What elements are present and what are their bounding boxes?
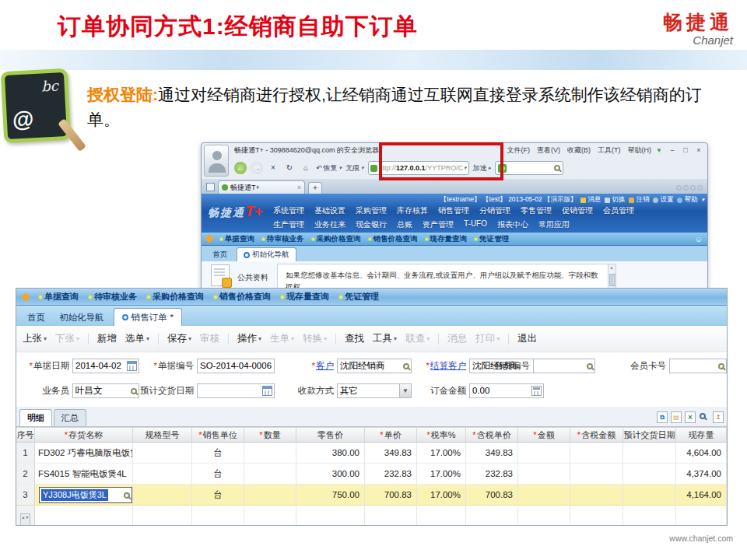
order-tab[interactable]: 初始化导航 <box>54 310 109 326</box>
detail-tab-summary[interactable]: 汇总 <box>54 409 86 426</box>
maximize-button[interactable]: □ <box>680 146 691 154</box>
tplus-menu-item[interactable]: 零售管理 <box>521 205 552 216</box>
minimize-button[interactable]: – <box>667 146 678 154</box>
grid-cell[interactable] <box>244 485 296 506</box>
toolbar-action-button[interactable]: 操作▾ <box>237 332 261 345</box>
back-button[interactable]: ← <box>234 162 247 174</box>
grid-cell[interactable]: 380.00 <box>296 443 365 464</box>
paste-row-icon[interactable]: ▤ <box>671 411 682 423</box>
export-excel-icon[interactable]: X <box>685 411 696 423</box>
quick-nav-item[interactable]: 采购价格查询 <box>146 291 204 303</box>
grid-cell[interactable] <box>296 506 365 526</box>
grid-cell[interactable] <box>623 464 676 485</box>
deposit-input[interactable]: 0.00 <box>469 383 544 398</box>
tplus-menu-item[interactable]: 现金银行 <box>356 219 387 230</box>
order-tab[interactable]: 首页 <box>23 310 50 326</box>
grid-cell[interactable] <box>518 443 570 464</box>
grid-cell[interactable]: 232.83 <box>365 464 417 485</box>
tplus-menu-item[interactable]: 资产管理 <box>423 219 454 230</box>
quick-nav-item[interactable]: 凭证管理 <box>474 234 509 244</box>
search-icon[interactable] <box>554 165 560 171</box>
tplus-menu-item[interactable]: 报表中心 <box>497 219 528 230</box>
item-lookup-input[interactable]: YJ308J电饭煲3L <box>39 487 132 503</box>
grid-cell[interactable]: 台 <box>192 443 244 464</box>
tplus-menu-item[interactable]: 销售管理 <box>438 205 469 216</box>
grid-cell[interactable] <box>192 506 244 526</box>
member-card-input[interactable] <box>669 359 727 373</box>
grid-cell[interactable]: 4,164.00 <box>676 485 727 506</box>
browser-menu-item[interactable]: 帮助(H) <box>628 145 652 156</box>
grid-row[interactable]: 3YJ308J电饭煲3L台750.00700.8317.00%700.834,1… <box>16 485 727 506</box>
grid-cell[interactable] <box>570 485 623 506</box>
account-link[interactable]: 注销 <box>629 195 649 205</box>
grid-cell[interactable] <box>570 506 623 526</box>
browser-menu-item[interactable]: 文件(F) <box>507 145 531 156</box>
quick-nav-item[interactable]: 凭证管理 <box>338 291 379 303</box>
grid-cell[interactable] <box>570 443 623 464</box>
grid-cell[interactable] <box>35 506 133 526</box>
grid-cell[interactable]: 4,374.00 <box>676 464 727 485</box>
delivery-date-input[interactable] <box>197 383 275 398</box>
stop-button[interactable]: × <box>267 162 279 174</box>
incognito-button[interactable]: 无痕▾ <box>345 163 364 173</box>
grid-cell[interactable] <box>623 485 676 506</box>
search-icon[interactable] <box>587 363 593 369</box>
doc-date-input[interactable]: 2014-04-02 <box>72 359 139 373</box>
grid-cell[interactable] <box>623 506 676 526</box>
tplus-menu-item[interactable]: 生产管理 <box>273 219 304 230</box>
grid-cell[interactable]: 17.00% <box>417 464 466 485</box>
grid-cell[interactable]: 349.83 <box>466 443 518 464</box>
quick-nav-item[interactable]: 待审核业务 <box>261 234 304 244</box>
grid-cell[interactable] <box>676 506 727 526</box>
grid-cell[interactable] <box>133 443 192 464</box>
tplus-menu-item[interactable]: 总账 <box>397 219 412 230</box>
calculator-icon[interactable] <box>531 386 542 396</box>
toolbar-tools-button[interactable]: 工具▾ <box>373 332 397 345</box>
grid-cell[interactable]: 2 <box>16 464 35 485</box>
new-tab-button[interactable]: + <box>308 182 322 194</box>
grid-cell[interactable] <box>365 506 417 526</box>
grid-cell[interactable]: 台 <box>192 464 244 485</box>
grid-cell[interactable]: 17.00% <box>417 485 466 506</box>
tplus-tab[interactable]: 首页 <box>206 248 233 261</box>
salesman-input[interactable]: 叶昌文 <box>72 383 139 398</box>
grid-cell[interactable]: 300.00 <box>296 464 365 485</box>
detail-tab-detail[interactable]: 明细 <box>19 409 52 426</box>
grid-cell[interactable]: YJ308J电饭煲3L <box>35 485 133 506</box>
grid-cell[interactable] <box>244 464 296 485</box>
tplus-tab[interactable]: 初始化导航 <box>237 247 296 261</box>
tplus-menu-item[interactable]: 常用应用 <box>538 219 570 230</box>
grid-row[interactable]: 1FD302 巧睿电脑版电饭煲4L台380.00349.8317.00%349.… <box>16 443 727 464</box>
browser-menu-item[interactable]: 工具(T) <box>598 145 621 156</box>
tab-list-icon[interactable] <box>206 183 215 191</box>
grid-cell[interactable]: FS4015 智能电饭煲4L <box>35 464 133 485</box>
grid-cell[interactable]: 750.00 <box>296 485 365 506</box>
grid-cell[interactable] <box>570 464 623 485</box>
grid-cell[interactable] <box>133 485 192 506</box>
account-link[interactable]: 设置 <box>653 195 673 205</box>
tab-sales-order[interactable]: 销售订单 * <box>114 308 182 326</box>
restore-button[interactable]: ↶恢复▾ <box>316 163 342 173</box>
tplus-menu-item[interactable]: 系统管理 <box>273 205 304 216</box>
tplus-menu-item[interactable]: 采购管理 <box>356 205 387 216</box>
grid-cell[interactable]: 232.83 <box>466 464 518 485</box>
refresh-button[interactable]: ↻ <box>283 162 296 174</box>
grid-cell[interactable] <box>623 443 676 464</box>
search-icon[interactable] <box>124 492 130 499</box>
tplus-menu-item[interactable]: 库存核算 <box>397 205 428 216</box>
copy-row-icon[interactable]: ⧉ <box>657 411 668 423</box>
search-icon[interactable] <box>718 363 724 369</box>
grid-cell[interactable]: ▲▼ <box>16 506 35 526</box>
grid-cell[interactable] <box>518 485 570 506</box>
forward-button[interactable]: → <box>251 162 263 174</box>
browser-menu-item[interactable]: 收藏(B) <box>567 145 591 156</box>
toolbar-find-button[interactable]: 查找 <box>345 332 364 345</box>
search-grid-icon[interactable] <box>699 411 710 423</box>
toolbar-save-button[interactable]: 保存▾ <box>167 332 191 345</box>
grid-cell[interactable] <box>417 506 466 526</box>
grid-cell[interactable]: FD302 巧睿电脑版电饭煲4L <box>35 443 133 464</box>
grid-cell[interactable] <box>244 506 296 526</box>
more-dropdown-icon[interactable]: ▾ <box>701 197 704 203</box>
account-link[interactable]: 切换 <box>605 195 625 205</box>
close-tab-icon[interactable]: × <box>297 184 301 191</box>
